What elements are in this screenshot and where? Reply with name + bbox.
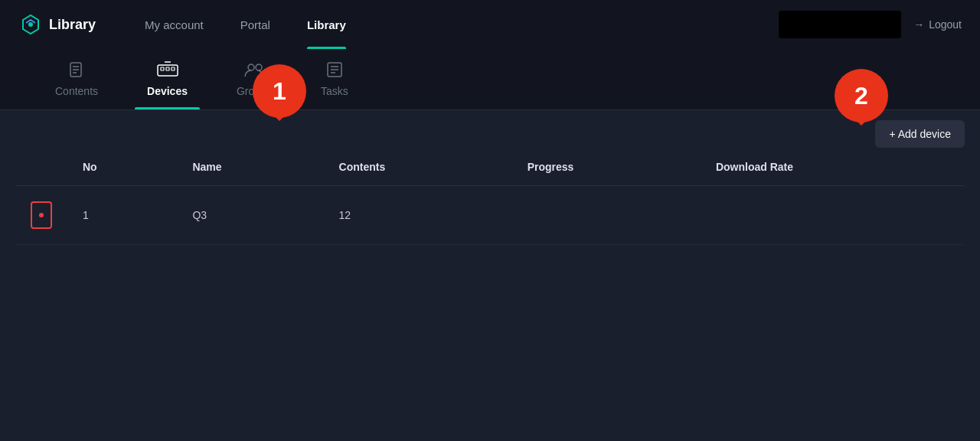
tab-contents[interactable]: Contents [31, 49, 122, 109]
cell-no: 1 [67, 186, 177, 245]
sub-nav: Contents Devices [0, 49, 980, 110]
annotation-bubble-2: 2 [835, 69, 888, 122]
tab-contents-label: Contents [55, 85, 98, 97]
cell-download-rate [701, 186, 965, 245]
search-box [779, 11, 901, 38]
add-device-button[interactable]: + Add device [875, 120, 965, 148]
nav-links: My account Portal Library [126, 0, 779, 49]
col-download-rate: Download Rate [701, 149, 965, 186]
device-icon [31, 201, 52, 229]
svg-point-10 [248, 64, 254, 70]
tasks-icon [326, 61, 343, 80]
col-name: Name [177, 149, 323, 186]
col-progress: Progress [512, 149, 701, 186]
col-icon [15, 149, 67, 186]
svg-point-0 [28, 22, 33, 27]
logout-icon: → [913, 18, 924, 31]
svg-rect-7 [166, 67, 169, 70]
col-no: No [67, 149, 177, 186]
device-icon-cell [15, 186, 67, 245]
nav-library[interactable]: Library [289, 0, 364, 49]
table-header-row: No Name Contents Progress Download Rate [15, 149, 965, 186]
logout-label: Logout [929, 18, 962, 31]
annotation-bubble-1: 1 [253, 64, 306, 118]
nav-my-account[interactable]: My account [126, 0, 222, 49]
cell-contents: 12 [324, 186, 512, 245]
table-row[interactable]: 1 Q3 12 [15, 186, 965, 245]
empty-row [15, 245, 965, 291]
logout-button[interactable]: → Logout [913, 18, 962, 31]
sub-nav-tabs: Contents Devices [31, 49, 373, 109]
logo[interactable]: Library [18, 12, 96, 37]
tab-tasks[interactable]: Tasks [296, 49, 373, 109]
logo-text: Library [49, 17, 96, 33]
cell-progress [512, 186, 701, 245]
cell-name: Q3 [177, 186, 323, 245]
top-nav: Library My account Portal Library → Logo… [0, 0, 980, 49]
tab-tasks-label: Tasks [321, 85, 348, 97]
tab-devices-label: Devices [147, 85, 188, 97]
nav-right: → Logout [779, 11, 962, 38]
nav-portal[interactable]: Portal [222, 0, 289, 49]
content-area: No Name Contents Progress Download Rate … [0, 149, 980, 291]
devices-table: No Name Contents Progress Download Rate … [15, 149, 965, 291]
tab-devices[interactable]: Devices [122, 49, 212, 109]
svg-rect-6 [161, 67, 164, 70]
svg-rect-8 [172, 67, 175, 70]
page-wrapper: Library My account Portal Library → Logo… [0, 0, 980, 441]
table-row-empty [15, 245, 965, 291]
svg-point-11 [256, 64, 262, 70]
col-contents: Contents [324, 149, 512, 186]
contents-icon [68, 61, 85, 80]
devices-icon [157, 61, 178, 80]
table-wrapper: No Name Contents Progress Download Rate … [15, 149, 965, 291]
